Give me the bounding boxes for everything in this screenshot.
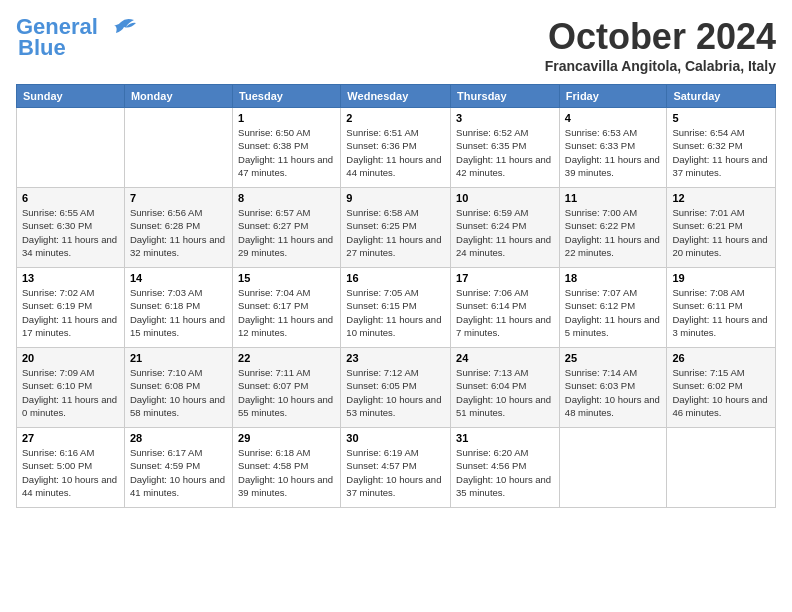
day-number: 27 (22, 432, 119, 444)
day-info: Sunrise: 6:52 AM Sunset: 6:35 PM Dayligh… (456, 126, 554, 179)
day-number: 7 (130, 192, 227, 204)
day-cell (559, 428, 667, 508)
day-cell: 2Sunrise: 6:51 AM Sunset: 6:36 PM Daylig… (341, 108, 451, 188)
location-title: Francavilla Angitola, Calabria, Italy (545, 58, 776, 74)
day-info: Sunrise: 6:55 AM Sunset: 6:30 PM Dayligh… (22, 206, 119, 259)
column-header-friday: Friday (559, 85, 667, 108)
day-info: Sunrise: 7:11 AM Sunset: 6:07 PM Dayligh… (238, 366, 335, 419)
day-cell: 9Sunrise: 6:58 AM Sunset: 6:25 PM Daylig… (341, 188, 451, 268)
day-number: 12 (672, 192, 770, 204)
day-cell: 29Sunrise: 6:18 AM Sunset: 4:58 PM Dayli… (233, 428, 341, 508)
day-number: 30 (346, 432, 445, 444)
day-cell: 21Sunrise: 7:10 AM Sunset: 6:08 PM Dayli… (124, 348, 232, 428)
day-info: Sunrise: 7:09 AM Sunset: 6:10 PM Dayligh… (22, 366, 119, 419)
column-header-monday: Monday (124, 85, 232, 108)
day-info: Sunrise: 6:17 AM Sunset: 4:59 PM Dayligh… (130, 446, 227, 499)
day-info: Sunrise: 7:05 AM Sunset: 6:15 PM Dayligh… (346, 286, 445, 339)
day-number: 5 (672, 112, 770, 124)
logo-bird-icon (106, 17, 136, 39)
day-cell: 7Sunrise: 6:56 AM Sunset: 6:28 PM Daylig… (124, 188, 232, 268)
day-number: 11 (565, 192, 662, 204)
day-info: Sunrise: 6:18 AM Sunset: 4:58 PM Dayligh… (238, 446, 335, 499)
page-header: General Blue October 2024 Francavilla An… (16, 16, 776, 74)
column-header-thursday: Thursday (451, 85, 560, 108)
day-cell: 16Sunrise: 7:05 AM Sunset: 6:15 PM Dayli… (341, 268, 451, 348)
day-number: 2 (346, 112, 445, 124)
day-info: Sunrise: 6:58 AM Sunset: 6:25 PM Dayligh… (346, 206, 445, 259)
day-number: 17 (456, 272, 554, 284)
week-row-1: 1Sunrise: 6:50 AM Sunset: 6:38 PM Daylig… (17, 108, 776, 188)
calendar-table: SundayMondayTuesdayWednesdayThursdayFrid… (16, 84, 776, 508)
day-cell: 3Sunrise: 6:52 AM Sunset: 6:35 PM Daylig… (451, 108, 560, 188)
day-cell: 28Sunrise: 6:17 AM Sunset: 4:59 PM Dayli… (124, 428, 232, 508)
day-cell: 5Sunrise: 6:54 AM Sunset: 6:32 PM Daylig… (667, 108, 776, 188)
day-info: Sunrise: 7:02 AM Sunset: 6:19 PM Dayligh… (22, 286, 119, 339)
logo: General Blue (16, 16, 136, 61)
day-cell: 13Sunrise: 7:02 AM Sunset: 6:19 PM Dayli… (17, 268, 125, 348)
day-cell: 6Sunrise: 6:55 AM Sunset: 6:30 PM Daylig… (17, 188, 125, 268)
day-number: 18 (565, 272, 662, 284)
day-number: 31 (456, 432, 554, 444)
day-cell (124, 108, 232, 188)
day-info: Sunrise: 6:53 AM Sunset: 6:33 PM Dayligh… (565, 126, 662, 179)
day-number: 23 (346, 352, 445, 364)
day-number: 14 (130, 272, 227, 284)
day-info: Sunrise: 7:10 AM Sunset: 6:08 PM Dayligh… (130, 366, 227, 419)
day-number: 20 (22, 352, 119, 364)
day-info: Sunrise: 7:13 AM Sunset: 6:04 PM Dayligh… (456, 366, 554, 419)
day-info: Sunrise: 7:01 AM Sunset: 6:21 PM Dayligh… (672, 206, 770, 259)
logo-blue-text: Blue (18, 35, 66, 61)
day-info: Sunrise: 6:16 AM Sunset: 5:00 PM Dayligh… (22, 446, 119, 499)
day-info: Sunrise: 7:08 AM Sunset: 6:11 PM Dayligh… (672, 286, 770, 339)
day-number: 26 (672, 352, 770, 364)
day-info: Sunrise: 7:12 AM Sunset: 6:05 PM Dayligh… (346, 366, 445, 419)
day-number: 22 (238, 352, 335, 364)
day-number: 9 (346, 192, 445, 204)
day-cell: 23Sunrise: 7:12 AM Sunset: 6:05 PM Dayli… (341, 348, 451, 428)
day-info: Sunrise: 7:00 AM Sunset: 6:22 PM Dayligh… (565, 206, 662, 259)
column-header-wednesday: Wednesday (341, 85, 451, 108)
day-number: 28 (130, 432, 227, 444)
day-info: Sunrise: 6:51 AM Sunset: 6:36 PM Dayligh… (346, 126, 445, 179)
day-info: Sunrise: 6:57 AM Sunset: 6:27 PM Dayligh… (238, 206, 335, 259)
day-info: Sunrise: 6:54 AM Sunset: 6:32 PM Dayligh… (672, 126, 770, 179)
day-number: 21 (130, 352, 227, 364)
day-number: 13 (22, 272, 119, 284)
day-cell: 14Sunrise: 7:03 AM Sunset: 6:18 PM Dayli… (124, 268, 232, 348)
day-number: 3 (456, 112, 554, 124)
column-header-sunday: Sunday (17, 85, 125, 108)
day-number: 16 (346, 272, 445, 284)
day-number: 1 (238, 112, 335, 124)
title-section: October 2024 Francavilla Angitola, Calab… (545, 16, 776, 74)
day-number: 24 (456, 352, 554, 364)
day-cell (17, 108, 125, 188)
day-cell: 17Sunrise: 7:06 AM Sunset: 6:14 PM Dayli… (451, 268, 560, 348)
day-info: Sunrise: 7:15 AM Sunset: 6:02 PM Dayligh… (672, 366, 770, 419)
day-number: 6 (22, 192, 119, 204)
month-title: October 2024 (545, 16, 776, 58)
day-info: Sunrise: 6:50 AM Sunset: 6:38 PM Dayligh… (238, 126, 335, 179)
day-cell: 22Sunrise: 7:11 AM Sunset: 6:07 PM Dayli… (233, 348, 341, 428)
day-number: 4 (565, 112, 662, 124)
day-cell: 1Sunrise: 6:50 AM Sunset: 6:38 PM Daylig… (233, 108, 341, 188)
week-row-4: 20Sunrise: 7:09 AM Sunset: 6:10 PM Dayli… (17, 348, 776, 428)
day-info: Sunrise: 7:06 AM Sunset: 6:14 PM Dayligh… (456, 286, 554, 339)
day-number: 15 (238, 272, 335, 284)
column-header-tuesday: Tuesday (233, 85, 341, 108)
day-cell: 20Sunrise: 7:09 AM Sunset: 6:10 PM Dayli… (17, 348, 125, 428)
day-cell: 19Sunrise: 7:08 AM Sunset: 6:11 PM Dayli… (667, 268, 776, 348)
day-cell: 26Sunrise: 7:15 AM Sunset: 6:02 PM Dayli… (667, 348, 776, 428)
day-info: Sunrise: 6:20 AM Sunset: 4:56 PM Dayligh… (456, 446, 554, 499)
day-info: Sunrise: 7:03 AM Sunset: 6:18 PM Dayligh… (130, 286, 227, 339)
day-cell (667, 428, 776, 508)
day-cell: 30Sunrise: 6:19 AM Sunset: 4:57 PM Dayli… (341, 428, 451, 508)
week-row-2: 6Sunrise: 6:55 AM Sunset: 6:30 PM Daylig… (17, 188, 776, 268)
day-cell: 27Sunrise: 6:16 AM Sunset: 5:00 PM Dayli… (17, 428, 125, 508)
day-cell: 24Sunrise: 7:13 AM Sunset: 6:04 PM Dayli… (451, 348, 560, 428)
day-cell: 12Sunrise: 7:01 AM Sunset: 6:21 PM Dayli… (667, 188, 776, 268)
column-header-saturday: Saturday (667, 85, 776, 108)
day-info: Sunrise: 6:19 AM Sunset: 4:57 PM Dayligh… (346, 446, 445, 499)
day-cell: 4Sunrise: 6:53 AM Sunset: 6:33 PM Daylig… (559, 108, 667, 188)
calendar-header-row: SundayMondayTuesdayWednesdayThursdayFrid… (17, 85, 776, 108)
day-cell: 11Sunrise: 7:00 AM Sunset: 6:22 PM Dayli… (559, 188, 667, 268)
